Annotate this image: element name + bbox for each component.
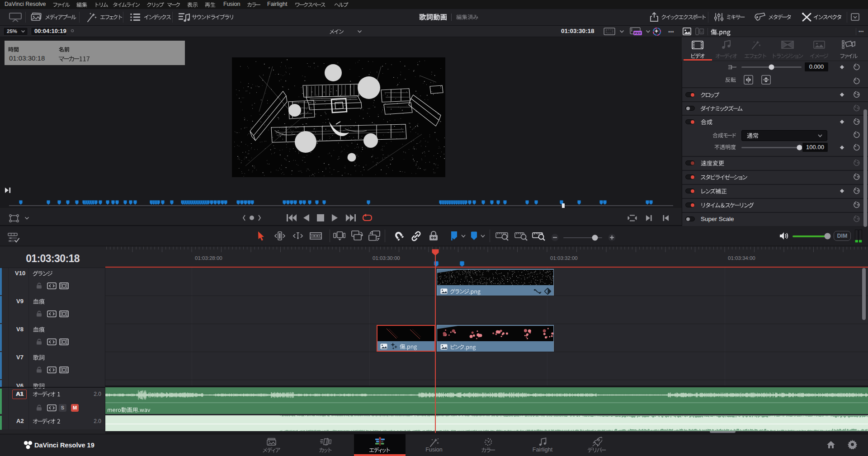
svg-text:PXY: PXY [634,31,641,35]
